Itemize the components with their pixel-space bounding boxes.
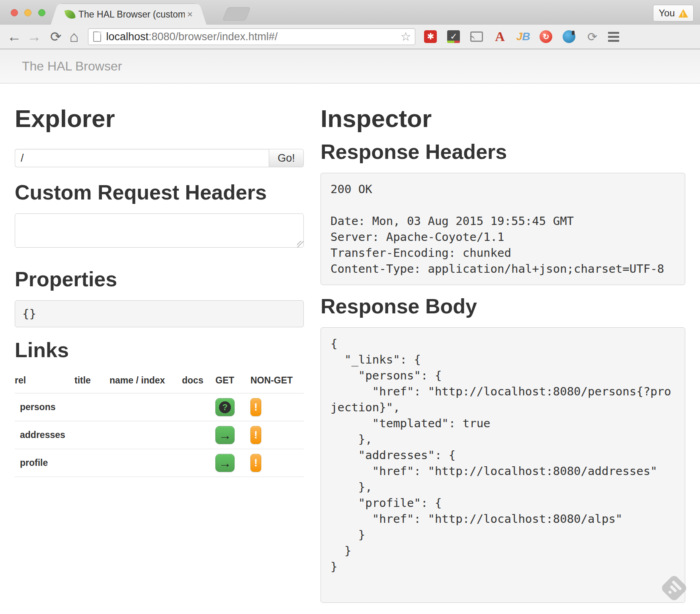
jetbrains-extension-icon[interactable]: JB xyxy=(516,30,529,43)
chromecast-extension-icon[interactable] xyxy=(470,31,483,42)
page-document-icon xyxy=(93,31,101,42)
get-cell: → xyxy=(215,421,250,449)
properties-title: Properties xyxy=(15,268,304,290)
checkmark-extension-icon[interactable]: ✓ xyxy=(447,30,460,43)
col-get: GET xyxy=(215,375,250,393)
window-close-button[interactable] xyxy=(11,9,18,16)
address-bar[interactable]: localhost:8080/browser/index.html#/ ☆ xyxy=(88,28,415,45)
col-rel: rel xyxy=(15,375,74,393)
docs-cell xyxy=(182,393,215,421)
title-cell xyxy=(74,393,109,421)
address-input-group: Go! xyxy=(15,149,304,167)
table-row: persons ? ! xyxy=(15,393,304,421)
name-index-cell xyxy=(109,421,182,449)
warning-icon xyxy=(678,9,688,18)
non-get-button[interactable]: ! xyxy=(250,454,261,472)
jb-b-letter: B xyxy=(522,30,530,43)
question-icon: ? xyxy=(219,401,231,413)
profile-button[interactable]: You xyxy=(653,5,694,22)
properties-value: {} xyxy=(15,300,304,327)
get-button[interactable]: → xyxy=(215,454,235,472)
go-button[interactable]: Go! xyxy=(269,149,304,167)
nonget-cell: ! xyxy=(250,449,304,477)
name-index-cell xyxy=(109,393,182,421)
rel-cell: addresses xyxy=(15,421,74,449)
links-table: rel title name / index docs GET NON-GET … xyxy=(15,375,304,477)
bookmark-star-icon[interactable]: ☆ xyxy=(401,31,411,43)
nonget-cell: ! xyxy=(250,393,304,421)
red-refresh-extension-icon[interactable]: ↻ xyxy=(540,30,552,43)
jb-j-letter: J xyxy=(516,30,522,43)
profile-label: You xyxy=(659,8,675,19)
home-icon[interactable]: ⌂ xyxy=(70,29,79,44)
custom-headers-textarea[interactable] xyxy=(15,213,304,248)
tab-title: The HAL Browser (customiz xyxy=(78,9,185,20)
title-cell xyxy=(74,421,109,449)
col-non-get: NON-GET xyxy=(250,375,304,393)
page-content: Explorer Go! Custom Request Headers Prop… xyxy=(0,84,700,603)
table-row: addresses → ! xyxy=(15,421,304,449)
reload-icon[interactable]: ⟳ xyxy=(50,30,62,43)
response-headers: 200 OK Date: Mon, 03 Aug 2015 19:55:45 G… xyxy=(321,173,685,285)
custom-headers-title: Custom Request Headers xyxy=(15,182,304,203)
response-headers-title: Response Headers xyxy=(321,141,685,162)
back-icon[interactable]: ← xyxy=(7,29,22,44)
links-header-row: rel title name / index docs GET NON-GET xyxy=(15,375,304,393)
resource-path-input[interactable] xyxy=(15,149,269,167)
browser-toolbar: ← → ⟳ ⌂ localhost:8080/browser/index.htm… xyxy=(0,25,700,49)
arrow-icon: → xyxy=(219,457,231,469)
chrome-menu-icon[interactable] xyxy=(608,32,619,42)
non-get-button[interactable]: ! xyxy=(250,398,261,416)
title-cell xyxy=(74,449,109,477)
inspector-column: Inspector Response Headers 200 OK Date: … xyxy=(321,84,685,603)
nonget-cell: ! xyxy=(250,421,304,449)
browser-tab[interactable]: The HAL Browser (customiz × xyxy=(59,4,198,25)
get-button[interactable]: ? xyxy=(215,398,235,416)
get-cell: → xyxy=(215,449,250,477)
col-name-index: name / index xyxy=(109,375,182,393)
get-cell: ? xyxy=(215,393,250,421)
blue-orb-extension-icon[interactable] xyxy=(563,30,575,43)
non-get-button[interactable]: ! xyxy=(250,426,261,444)
explorer-title: Explorer xyxy=(15,106,304,131)
get-button[interactable]: → xyxy=(215,426,235,444)
docs-cell xyxy=(182,421,215,449)
spring-leaf-favicon xyxy=(65,9,76,20)
site-title: The HAL Browser xyxy=(22,59,122,74)
rel-cell: persons xyxy=(15,393,74,421)
forward-icon[interactable]: → xyxy=(27,29,41,44)
window-zoom-button[interactable] xyxy=(38,9,45,16)
sync-extension-icon[interactable]: ⟳ xyxy=(586,30,598,43)
explorer-column: Explorer Go! Custom Request Headers Prop… xyxy=(15,84,304,603)
browser-tab-strip: The HAL Browser (customiz × You xyxy=(0,0,700,25)
docs-cell xyxy=(182,449,215,477)
col-title: title xyxy=(74,375,109,393)
col-docs: docs xyxy=(182,375,215,393)
table-row: profile → ! xyxy=(15,449,304,477)
rel-cell: profile xyxy=(15,449,74,477)
links-title: Links xyxy=(15,339,304,361)
letter-a-extension-icon[interactable]: A xyxy=(493,30,506,43)
url-text[interactable]: localhost:8080/browser/index.html#/ xyxy=(106,31,400,43)
name-index-cell xyxy=(109,449,182,477)
extension-icons: ✱ ✓ A JB ↻ ⟳ xyxy=(424,30,598,43)
url-domain: localhost xyxy=(106,31,149,43)
url-path: :8080/browser/index.html#/ xyxy=(149,31,278,43)
lastpass-extension-icon[interactable]: ✱ xyxy=(424,30,437,43)
response-body: { "_links": { "persons": { "href": "http… xyxy=(321,327,685,603)
arrow-icon: → xyxy=(219,429,231,442)
response-body-title: Response Body xyxy=(321,295,685,317)
new-tab-button[interactable] xyxy=(222,7,251,21)
inspector-title: Inspector xyxy=(321,106,685,131)
site-header: The HAL Browser xyxy=(0,49,700,84)
window-minimize-button[interactable] xyxy=(24,9,31,16)
tab-close-icon[interactable]: × xyxy=(187,10,193,19)
